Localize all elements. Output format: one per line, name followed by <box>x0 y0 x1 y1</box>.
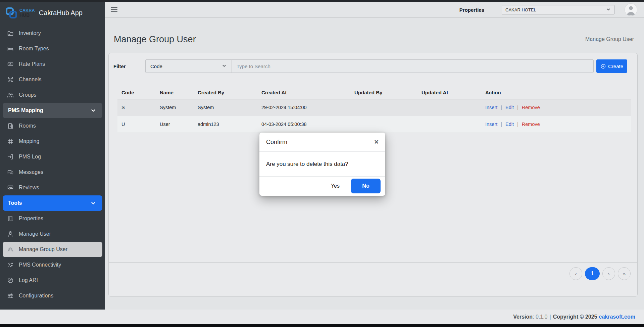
property-select-value: CAKAR HOTEL <box>505 7 536 12</box>
sidebar-item-log-ari[interactable]: Log ARI <box>3 273 102 288</box>
col-header-code: Code <box>117 86 156 99</box>
sidebar-section-tools[interactable]: Tools <box>3 195 102 211</box>
plus-circle-icon <box>600 63 606 69</box>
sidebar-item-messages[interactable]: Messages <box>3 165 102 180</box>
edit-link[interactable]: Edit <box>505 105 514 110</box>
sidebar-item-groups[interactable]: Groups <box>3 87 102 103</box>
col-header-name: Name <box>156 86 194 99</box>
top-strip <box>0 0 644 2</box>
sidebar-item-rate-plans[interactable]: Rate Plans <box>3 56 102 72</box>
filter-field-select[interactable]: Code <box>145 59 232 73</box>
confirm-dialog-body: Are you sure to delete this data? <box>259 152 385 177</box>
pagination: ‹ 1 › » <box>109 262 637 296</box>
rate-plans-icon <box>7 60 14 68</box>
cell-code: U <box>117 116 156 133</box>
properties-icon <box>7 215 14 222</box>
pagination-next-button[interactable]: › <box>602 267 615 280</box>
page-title: Manage Group User <box>114 34 196 45</box>
col-header-created-by: Created By <box>194 86 257 99</box>
group-user-table: Code Name Created By Created At Updated … <box>117 86 631 133</box>
top-navbar: Properties CAKAR HOTEL <box>105 2 644 18</box>
bottom-strip <box>0 324 644 327</box>
edit-link[interactable]: Edit <box>505 122 514 127</box>
table-header-row: Code Name Created By Created At Updated … <box>117 86 631 99</box>
insert-link[interactable]: Insert <box>485 105 497 110</box>
sidebar-item-manage-user[interactable]: Manage User <box>3 226 102 242</box>
filter-field-value: Code <box>150 63 162 69</box>
sidebar-item-rooms[interactable]: Rooms <box>3 118 102 134</box>
col-header-created-at: Created At <box>257 86 350 99</box>
search-input[interactable] <box>232 59 594 73</box>
manage-user-icon <box>7 230 14 238</box>
app-window: CAKRA HUB CakraHub App Inventory Room Ty… <box>0 0 644 327</box>
remove-link[interactable]: Remove <box>522 105 540 110</box>
col-header-updated-by: Updated By <box>350 86 417 99</box>
groups-icon <box>7 91 14 99</box>
table-row: U User admin123 04-03-2024 05:00:38 Inse… <box>117 116 631 133</box>
properties-label: Properties <box>459 7 484 13</box>
cell-updated-at <box>417 99 481 116</box>
sidebar-nav: Inventory Room Types Rate Plans Channels… <box>0 24 105 305</box>
footer-divider: | <box>550 314 551 320</box>
cell-created-at: 29-02-2024 15:04:00 <box>257 99 350 116</box>
chevron-down-icon <box>90 107 97 114</box>
configurations-icon <box>7 292 14 299</box>
pagination-last-button[interactable]: » <box>618 267 631 280</box>
cell-actions: Insert|Edit|Remove <box>481 116 631 133</box>
action-divider: | <box>517 122 518 127</box>
confirm-message: Are you sure to delete this data? <box>266 161 348 168</box>
reviews-icon <box>7 184 14 191</box>
pagination-page-1-button[interactable]: 1 <box>585 267 600 280</box>
chevron-down-icon <box>90 199 97 207</box>
sidebar-section-pms-mapping[interactable]: PMS Mapping <box>3 103 102 118</box>
confirm-dialog-header: Confirm × <box>259 133 385 152</box>
pms-connectivity-icon <box>7 261 14 269</box>
create-button[interactable]: Create <box>596 59 627 73</box>
card-body: Filter Code Create <box>109 53 637 133</box>
pagination-prev-button[interactable]: ‹ <box>569 267 582 280</box>
cell-updated-by <box>350 99 417 116</box>
yes-button[interactable]: Yes <box>323 180 348 192</box>
channels-icon <box>7 76 14 83</box>
sidebar-item-reviews[interactable]: Reviews <box>3 180 102 195</box>
version-label: Version <box>513 314 533 320</box>
cakrasoft-link[interactable]: cakrasoft.com <box>599 314 636 320</box>
filter-label: Filter <box>113 63 145 69</box>
table-row: S System System 29-02-2024 15:04:00 Inse… <box>117 99 631 116</box>
action-divider: | <box>501 105 502 110</box>
sidebar-item-manage-group-user[interactable]: Manage Group User <box>3 242 102 257</box>
remove-link[interactable]: Remove <box>522 122 540 127</box>
version-value: : 0.1.0 <box>533 314 547 320</box>
brand[interactable]: CAKRA HUB CakraHub App <box>0 2 105 24</box>
copyright-text: Copyright © 2025 <box>553 314 597 320</box>
messages-icon <box>7 169 14 176</box>
confirm-dialog: Confirm × Are you sure to delete this da… <box>259 133 385 196</box>
close-icon[interactable]: × <box>374 138 379 146</box>
cell-name: User <box>156 116 194 133</box>
sidebar-item-inventory[interactable]: Inventory <box>3 26 102 41</box>
sidebar-item-properties[interactable]: Properties <box>3 211 102 226</box>
cell-name: System <box>156 99 194 116</box>
sidebar: CAKRA HUB CakraHub App Inventory Room Ty… <box>0 2 105 310</box>
property-select[interactable]: CAKAR HOTEL <box>502 5 614 14</box>
sidebar-item-mapping[interactable]: Mapping <box>3 134 102 149</box>
sidebar-item-room-types[interactable]: Room Types <box>3 41 102 56</box>
sidebar-item-pms-connectivity[interactable]: PMS Connectivity <box>3 257 102 273</box>
col-header-updated-at: Updated At <box>417 86 481 99</box>
user-avatar[interactable] <box>625 3 637 16</box>
cell-updated-by <box>350 116 417 133</box>
topnav-right: Properties CAKAR HOTEL <box>459 3 637 16</box>
confirm-dialog-title: Confirm <box>266 139 287 146</box>
hamburger-menu-icon[interactable] <box>109 5 119 15</box>
sidebar-item-configurations[interactable]: Configurations <box>3 288 102 303</box>
cell-created-at: 04-03-2024 05:00:38 <box>257 116 350 133</box>
cell-created-by: admin123 <box>194 116 257 133</box>
cell-updated-at <box>417 116 481 133</box>
action-divider: | <box>501 122 502 127</box>
insert-link[interactable]: Insert <box>485 122 497 127</box>
confirm-dialog-footer: Yes No <box>259 177 385 195</box>
sidebar-item-pms-log[interactable]: PMS Log <box>3 149 102 165</box>
sidebar-item-channels[interactable]: Channels <box>3 72 102 87</box>
no-button[interactable]: No <box>351 179 381 193</box>
inventory-icon <box>7 30 14 37</box>
